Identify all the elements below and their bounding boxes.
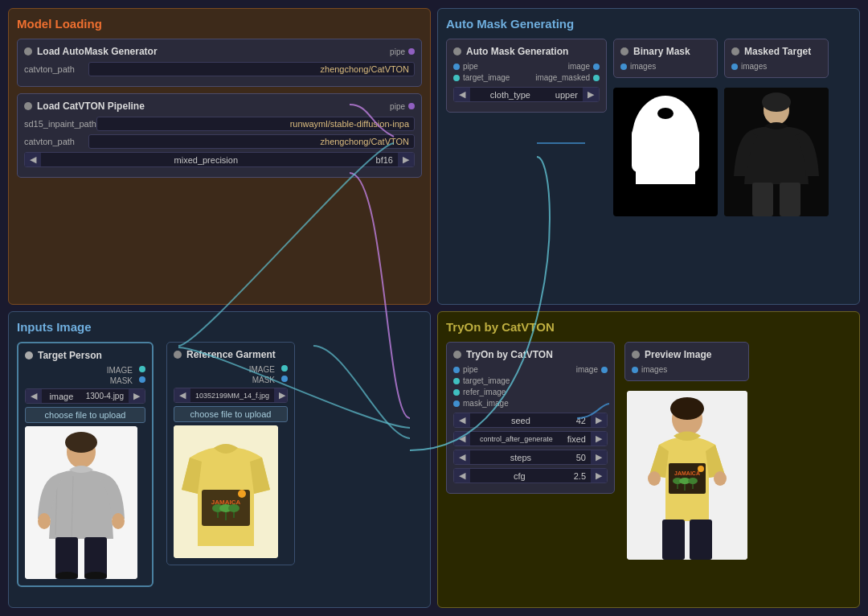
field-label-1: catvton_path <box>24 64 88 74</box>
val-seed: 42 <box>571 414 591 427</box>
masked-target-preview <box>724 88 829 216</box>
panel-model-loading: Model Loading Load AutoMask Generator pi… <box>8 8 431 305</box>
port-preview-images-in <box>632 367 638 373</box>
port-image-masked-out <box>593 75 600 81</box>
output-svg: JAMAICA <box>627 391 747 560</box>
svg-rect-49 <box>662 519 685 560</box>
label-pipe-tryon: pipe <box>463 365 478 374</box>
seed-left[interactable]: ◀ <box>454 413 470 427</box>
node-preview-image: Preview Image images <box>624 342 749 381</box>
stepper-cloth-type[interactable]: ◀ cloth_type upper ▶ <box>453 87 600 102</box>
binary-mask-preview <box>613 88 718 216</box>
preview-image-section: Preview Image images <box>624 342 749 560</box>
port-mask-out-target <box>139 376 145 383</box>
stepper-cloth-val: upper <box>551 88 583 101</box>
panel-auto-mask: Auto Mask Generating Auto Mask Generatio… <box>437 8 860 305</box>
tryon-content: TryOn by CatVTON pipe image target_image <box>446 342 851 560</box>
svg-point-14 <box>65 432 97 453</box>
cloth-type-left[interactable]: ◀ <box>454 88 470 101</box>
pipe-out-label-2: pipe <box>390 102 405 111</box>
node-load-automask: Load AutoMask Generator pipe catvton_pat… <box>17 39 422 87</box>
port-mask-tryon <box>453 400 460 407</box>
target-ports: IMAGE <box>25 366 145 375</box>
stepper-right-btn[interactable]: ▶ <box>398 153 414 166</box>
stepper-control[interactable]: ◀ control_after_generate fixed ▶ <box>453 431 608 446</box>
dot-preview <box>632 351 640 359</box>
target-person-box: Target Person IMAGE MASK ◀ image 1300-4.… <box>17 342 154 587</box>
person-svg <box>25 426 137 579</box>
panel-inputs-image: Inputs Image Target Person IMAGE MASK ◀ <box>8 311 431 608</box>
image-file-left[interactable]: ◀ <box>26 389 42 403</box>
stepper-left-btn[interactable]: ◀ <box>25 153 41 166</box>
svg-rect-9 <box>752 183 773 216</box>
output-preview: JAMAICA <box>627 391 747 560</box>
port-mask-out-garment <box>281 376 288 382</box>
node-title-catvton: Load CatVTON Pipeline <box>37 101 145 112</box>
field-label-catvton2: catvton_path <box>24 137 88 146</box>
cfg-right[interactable]: ▶ <box>591 469 607 483</box>
svg-point-48 <box>714 471 727 486</box>
svg-point-46 <box>698 466 704 472</box>
choose-file-btn-target[interactable]: choose file to upload <box>25 407 145 423</box>
svg-rect-3 <box>636 152 695 184</box>
steps-left[interactable]: ◀ <box>454 450 470 464</box>
cloth-type-right[interactable]: ▶ <box>583 88 599 101</box>
garment-file-left[interactable]: ◀ <box>174 388 190 402</box>
label-pipe-in: pipe <box>463 62 478 71</box>
dot-reference-garment <box>174 351 182 359</box>
label-refer-tryon: refer_image <box>463 388 506 396</box>
label-cfg: cfg <box>470 470 569 483</box>
garment-file-right[interactable]: ▶ <box>274 388 288 402</box>
field-catvton-path-2: catvton_path zhengchong/CatVTON <box>24 134 415 149</box>
control-left[interactable]: ◀ <box>454 432 470 446</box>
pipe-out-label-1: pipe <box>390 47 405 56</box>
node-masked-target: Masked Target images <box>724 39 829 78</box>
port-image-tryon-out <box>601 367 608 373</box>
svg-rect-10 <box>780 183 800 216</box>
label-mask-tryon: mask_image <box>463 399 509 408</box>
image-file-right[interactable]: ▶ <box>129 389 145 403</box>
masked-target-svg <box>724 88 829 216</box>
stepper-label-precision: mixed_precision <box>41 154 371 166</box>
label-masked-images: images <box>741 62 767 71</box>
control-right[interactable]: ▶ <box>591 432 607 446</box>
steps-right[interactable]: ▶ <box>591 450 607 464</box>
val-control: fixed <box>563 433 591 446</box>
cfg-left[interactable]: ◀ <box>454 469 470 483</box>
node-binary-mask: Binary Mask images <box>613 39 718 78</box>
svg-point-19 <box>112 513 125 529</box>
choose-file-btn-garment[interactable]: choose file to upload <box>174 406 288 422</box>
label-image-masked-out: image_masked <box>535 73 590 82</box>
stepper-image-file[interactable]: ◀ image 1300-4.jpg ▶ <box>25 388 145 404</box>
stepper-cfg[interactable]: ◀ cfg 2.5 ▶ <box>453 468 608 483</box>
field-sd15: sd15_inpaint_path runwayml/stable-diffus… <box>24 117 415 131</box>
port-pipe-tryon-in <box>453 367 460 373</box>
svg-point-11 <box>762 92 791 112</box>
dot-masked-target <box>731 47 739 55</box>
port-binary-images-in <box>620 64 627 70</box>
title-binary-mask: Binary Mask <box>633 46 690 57</box>
field-val-catvton2: zhengchong/CatVTON <box>88 134 415 149</box>
title-reference-garment: Reference Garment <box>186 349 276 360</box>
label-binary-images: images <box>630 62 656 71</box>
port-target-image-in <box>453 75 460 81</box>
stepper-garment-file[interactable]: ◀ 10352199MM_14_f.jpg ▶ <box>174 388 288 403</box>
svg-text:JAMAICA: JAMAICA <box>674 470 700 476</box>
port-image-out-target <box>139 366 145 372</box>
val-cfg: 2.5 <box>569 470 591 483</box>
stepper-val-precision: bf16 <box>371 154 398 166</box>
title-preview: Preview Image <box>645 349 711 360</box>
reference-garment-box: Reference Garment IMAGE MASK ◀ 10352199M… <box>166 342 295 565</box>
stepper-image-val: 1300-4.jpg <box>81 390 129 402</box>
node-dot-automask <box>24 47 32 55</box>
stepper-seed[interactable]: ◀ seed 42 ▶ <box>453 413 608 428</box>
field-val-1: zhengchong/CatVTON <box>88 62 415 76</box>
binary-mask-svg <box>613 88 718 216</box>
label-image-tryon-out: image <box>576 365 598 374</box>
stepper-mixed-precision[interactable]: ◀ mixed_precision bf16 ▶ <box>24 152 415 167</box>
stepper-steps[interactable]: ◀ steps 50 ▶ <box>453 450 608 465</box>
title-masked-target: Masked Target <box>744 46 811 57</box>
seed-right[interactable]: ▶ <box>591 413 607 427</box>
dot-auto-mask-gen <box>453 47 461 55</box>
node-tryon: TryOn by CatVTON pipe image target_image <box>446 342 615 494</box>
